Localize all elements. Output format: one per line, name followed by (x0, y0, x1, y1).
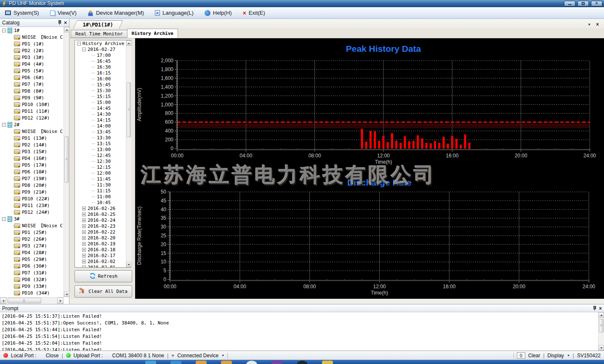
document-tab[interactable]: 1#\PD1(1#) (73, 20, 123, 29)
scroll-thumb[interactable] (127, 82, 131, 137)
archive-time-item[interactable]: 15:00 (75, 99, 131, 105)
collapse-toggle[interactable]: - (82, 48, 86, 51)
pin-icon[interactable] (57, 20, 61, 25)
archive-time-item[interactable]: 16:30 (75, 64, 131, 70)
tree-item[interactable]: PD9 (33#) (0, 283, 64, 290)
tree-item[interactable]: PD1 (13#) (0, 135, 64, 141)
expand-toggle[interactable]: + (82, 266, 86, 268)
archive-date-row[interactable]: +2016-02-19 (75, 241, 131, 247)
archive-time-item[interactable]: 12:45 (75, 152, 131, 158)
scroll-up-button[interactable] (126, 40, 131, 46)
close-button[interactable]: × (591, 1, 602, 6)
close-icon[interactable]: × (64, 20, 67, 25)
tree-item[interactable]: PD9 (21#) (0, 189, 64, 195)
taskbar-app-icon[interactable] (145, 361, 156, 364)
archive-date-row[interactable]: +2016-02-26 (75, 205, 131, 211)
tree-item[interactable]: PD4 (4#) (0, 61, 64, 67)
refresh-button[interactable]: Refresh (75, 270, 132, 282)
menu-item-device-manager[interactable]: Device Manager(M) (88, 10, 144, 16)
archive-time-item[interactable]: 13:45 (75, 129, 131, 135)
taskbar-app-icon[interactable] (297, 361, 308, 364)
archive-time-item[interactable]: 15:15 (75, 93, 131, 99)
tree-item[interactable]: PD8 (32#) (0, 276, 64, 283)
expand-toggle[interactable]: + (82, 242, 86, 246)
tree-group-row[interactable]: -3# (0, 215, 64, 222)
archive-time-item[interactable]: 12:30 (75, 158, 131, 164)
collapse-toggle[interactable]: - (2, 217, 6, 221)
tree-item[interactable]: PD6 (18#) (0, 168, 64, 175)
archive-date-row[interactable]: +2016-02-23 (75, 223, 131, 229)
archive-date-row[interactable]: +2016-02-24 (75, 217, 131, 223)
tab-real-time-monitor[interactable]: Real Time Monitor (71, 30, 128, 38)
collapse-toggle[interactable]: - (2, 123, 6, 127)
clear-button[interactable]: Clear (528, 353, 540, 359)
menu-item-language[interactable]: Language(L) (155, 10, 194, 16)
tree-item[interactable]: NOISE 【Noise C (0, 128, 64, 135)
expand-toggle[interactable]: + (82, 224, 86, 228)
archive-time-item[interactable]: 12:15 (75, 164, 131, 170)
archive-time-item[interactable]: 10:45 (75, 199, 131, 205)
tree-item[interactable]: PD10 (10#) (0, 101, 64, 108)
archive-time-item[interactable]: 16:15 (75, 70, 131, 76)
scroll-down-button[interactable] (126, 262, 131, 267)
catalog-horizontal-scrollbar[interactable] (0, 297, 64, 304)
archive-date-row[interactable]: +2016-02-22 (75, 229, 131, 235)
tree-item[interactable]: PD6 (6#) (0, 74, 64, 81)
catalog-vertical-scrollbar[interactable] (64, 27, 69, 297)
archive-time-item[interactable]: 16:00 (75, 76, 131, 82)
tree-group-row[interactable]: -2# (0, 121, 64, 128)
collapse-toggle[interactable]: - (77, 42, 81, 45)
tree-item[interactable]: PD8 (20#) (0, 182, 64, 189)
tree-item[interactable]: PD4 (28#) (0, 249, 64, 256)
tree-item[interactable]: PD2 (14#) (0, 141, 64, 148)
tree-item[interactable]: PD7 (31#) (0, 269, 64, 276)
tree-item[interactable]: PD3 (3#) (0, 54, 64, 61)
tree-item[interactable]: PD5 (5#) (0, 67, 64, 74)
archive-time-item[interactable]: 15:45 (75, 82, 131, 88)
archive-time-item[interactable]: 15:30 (75, 88, 131, 93)
archive-time-item[interactable]: 17:00 (75, 52, 131, 58)
collapse-toggle[interactable]: - (2, 29, 6, 32)
tree-item[interactable]: PD8 (8#) (0, 88, 64, 94)
pin-icon[interactable] (592, 306, 596, 311)
tree-item[interactable]: PD6 (30#) (0, 263, 64, 269)
expand-toggle[interactable]: + (82, 260, 86, 263)
scroll-up-button[interactable] (599, 312, 604, 318)
clear-all-data-button[interactable]: × Clear All Data (75, 285, 132, 298)
archive-date-row[interactable]: +2016-02-25 (75, 211, 131, 217)
archive-time-item[interactable]: 11:00 (75, 194, 131, 199)
scroll-thumb[interactable] (8, 298, 41, 303)
scroll-down-button[interactable] (599, 345, 604, 351)
archive-time-item[interactable]: 14:30 (75, 111, 131, 117)
taskbar-app-icon[interactable] (196, 361, 207, 364)
archive-time-item[interactable]: 14:45 (75, 105, 131, 111)
scroll-left-button[interactable] (0, 298, 6, 304)
scroll-down-button[interactable] (64, 292, 69, 297)
tree-item[interactable]: PD5 (29#) (0, 256, 64, 263)
menu-item-view[interactable]: View(V) (50, 10, 77, 16)
minimize-button[interactable] (564, 1, 575, 6)
scroll-thumb[interactable] (64, 136, 69, 183)
display-dropdown-icon[interactable]: ▼ (567, 354, 570, 357)
archive-scrollbar[interactable] (126, 40, 131, 267)
restore-button[interactable] (577, 1, 589, 6)
scroll-up-button[interactable] (64, 27, 69, 32)
tree-item[interactable]: PD12 (12#) (0, 114, 64, 121)
tree-item[interactable]: PD1 (25#) (0, 229, 64, 236)
archive-time-item[interactable]: 12:00 (75, 170, 131, 176)
taskbar-app-icon[interactable] (246, 361, 257, 364)
taskbar-app-icon[interactable] (322, 361, 333, 364)
tree-item[interactable]: PD12 (24#) (0, 209, 64, 215)
display-dropdown[interactable]: Display (548, 353, 564, 359)
menu-item-exit[interactable]: ×Exit(E) (243, 10, 265, 16)
tree-item[interactable]: PD11 (23#) (0, 202, 64, 209)
close-icon[interactable]: × (599, 306, 602, 311)
archive-time-item[interactable]: 13:15 (75, 141, 131, 146)
archive-date-row[interactable]: +2016-02-20 (75, 235, 131, 241)
tree-item[interactable]: PD5 (17#) (0, 162, 64, 168)
tab-list-dropdown-icon[interactable]: ▼ (588, 23, 591, 27)
expand-toggle[interactable]: + (82, 254, 86, 258)
tree-item[interactable]: NOISE 【Noise C (0, 34, 64, 40)
tree-item[interactable]: PD3 (15#) (0, 148, 64, 155)
tree-item[interactable]: PD3 (27#) (0, 242, 64, 249)
